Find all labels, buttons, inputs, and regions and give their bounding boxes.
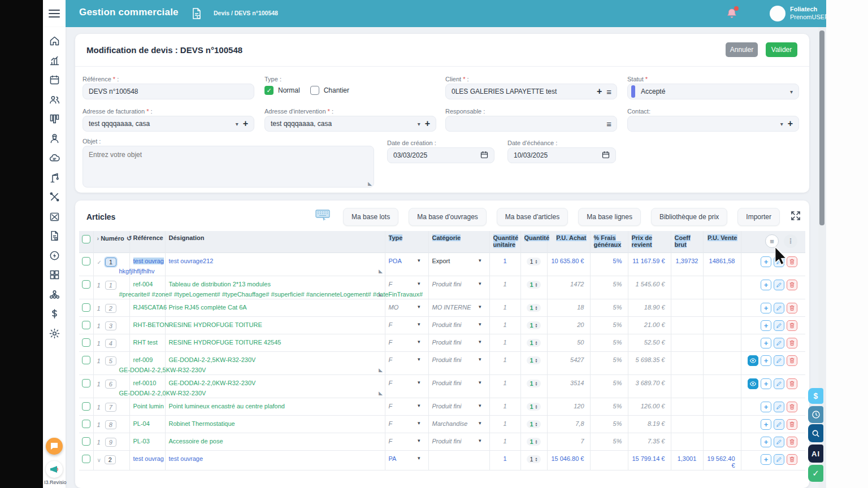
scrollbar-thumb[interactable] (819, 30, 824, 225)
sidebar-item-finance[interactable] (49, 308, 60, 320)
designation-line2[interactable]: #precarite# #zone# #typeLogement# #typeC… (119, 291, 485, 298)
history-quick-button[interactable] (808, 406, 823, 423)
pu-achat-cell[interactable]: 10 635.80 € (547, 252, 590, 276)
add-client-icon[interactable]: + (597, 87, 602, 96)
reference-cell[interactable]: RJ45CATA6 (133, 304, 167, 311)
row-checkbox[interactable] (82, 280, 90, 289)
coeff-brut-cell[interactable]: 1,39732 (671, 252, 703, 276)
row-checkbox[interactable] (82, 455, 90, 463)
quantite-stepper[interactable]: 1▲▼ (527, 356, 540, 364)
row-checkbox[interactable] (82, 321, 90, 329)
cancel-button[interactable]: Annuler (726, 42, 758, 57)
ma-base-articles-button[interactable]: Ma base d'articles (497, 208, 568, 226)
edit-line-button[interactable] (774, 437, 784, 447)
pu-achat-cell[interactable]: 18 (547, 299, 590, 316)
quantite-unitaire-cell[interactable]: 1 (489, 276, 520, 299)
pu-vente-cell[interactable] (703, 415, 741, 433)
breadcrumb[interactable]: Devis / DEVS n°100548 (214, 10, 278, 16)
categorie-select[interactable]: Export (432, 258, 450, 264)
pu-vente-cell[interactable] (703, 334, 741, 351)
edit-line-button[interactable] (774, 378, 784, 389)
reference-cell[interactable]: test ouvrag (133, 455, 164, 462)
quantite-unitaire-cell[interactable]: 1 (489, 433, 520, 450)
add-address-icon[interactable]: + (243, 119, 248, 128)
type-select[interactable]: PA (389, 455, 397, 462)
add-line-button[interactable]: + (761, 355, 771, 366)
add-line-button[interactable]: + (761, 419, 771, 430)
quantite-unitaire-cell[interactable]: 1 (489, 299, 520, 316)
numero-input[interactable]: 9 (105, 438, 116, 447)
categorie-select[interactable]: Produit fini (432, 356, 462, 363)
delete-line-button[interactable] (787, 280, 797, 290)
pu-vente-cell[interactable]: 19 562.40 € (703, 450, 741, 470)
keyboard-shortcuts-icon[interactable] (315, 208, 331, 225)
collapse-icon[interactable]: › (97, 235, 99, 242)
pu-achat-cell[interactable]: 5427 (547, 351, 590, 374)
adresse-facturation-select[interactable]: test qqqqaaaa, casa ▾ + (83, 116, 254, 132)
validate-quick-button[interactable]: ✓ (808, 465, 823, 482)
pu-achat-cell[interactable]: 7 (547, 433, 590, 450)
delete-line-button[interactable] (787, 437, 797, 447)
frais-generaux-cell[interactable]: 5% (590, 252, 628, 276)
designation-cell[interactable]: test ouvrage (169, 455, 381, 462)
numero-input[interactable]: 3 (105, 321, 116, 330)
type-select[interactable]: F (389, 356, 393, 363)
reference-cell[interactable]: Point lumin (133, 403, 164, 409)
frais-generaux-cell[interactable] (590, 450, 628, 470)
coeff-brut-cell[interactable]: 1,3001 (671, 450, 703, 470)
type-normal-checkbox[interactable]: ✓ (264, 86, 274, 95)
user-menu[interactable]: Foliatech PrenomUSER (790, 5, 826, 21)
fullscreen-icon[interactable] (790, 210, 801, 224)
responsable-list-icon[interactable]: ≡ (606, 120, 611, 128)
quantite-unitaire-cell[interactable]: 1 (489, 398, 520, 415)
type-select[interactable]: F (389, 403, 393, 409)
pu-vente-cell[interactable] (703, 351, 741, 374)
statut-select[interactable]: Accepté ▾ (627, 84, 799, 99)
designation-cell[interactable]: Accessoire de pose (169, 438, 381, 445)
row-expander-icon[interactable]: ∨ (97, 457, 101, 463)
quantite-stepper[interactable]: 1▲▼ (527, 339, 540, 347)
frais-generaux-cell[interactable]: 5% (590, 398, 628, 415)
pu-vente-cell[interactable]: 14861,58 (703, 252, 741, 276)
frais-generaux-cell[interactable]: 5% (590, 433, 628, 450)
frais-generaux-cell[interactable]: 5% (590, 415, 628, 433)
pu-vente-cell[interactable] (703, 374, 741, 398)
quantite-stepper[interactable]: 1▲▼ (527, 438, 540, 446)
designation-cell[interactable]: GE-DODAI-2-2,5KW-R32-230V (169, 356, 381, 363)
row-checkbox[interactable] (82, 420, 90, 428)
importer-button[interactable]: Importer (737, 208, 780, 226)
categorie-select[interactable]: Produit fini (432, 281, 462, 287)
designation-cell[interactable]: RESINE HYDROFUGE TOITURE 42545 (169, 339, 381, 346)
coeff-brut-cell[interactable] (671, 351, 703, 374)
reference-cell[interactable]: PL-03 (133, 438, 150, 445)
numero-input[interactable]: 6 (105, 380, 116, 389)
reference-cell[interactable]: ref-009 (133, 356, 153, 363)
view-button[interactable] (748, 355, 758, 366)
add-line-button[interactable]: + (761, 402, 771, 412)
finance-quick-button[interactable]: $ (808, 388, 823, 404)
quantite-stepper[interactable]: 1▲▼ (527, 380, 540, 387)
select-all-checkbox[interactable] (82, 235, 90, 243)
quantite-stepper[interactable]: 1▲▼ (527, 281, 540, 289)
frais-generaux-cell[interactable]: 5% (590, 351, 628, 374)
client-input[interactable]: 0LES GALERIES LAPAYETTE test + ≡ (445, 84, 617, 99)
sidebar-item-construction-site[interactable] (49, 172, 60, 184)
pu-achat-cell[interactable]: 3514 (547, 374, 590, 398)
pu-vente-cell[interactable] (703, 316, 741, 334)
reference-cell[interactable]: RHT-BETON (133, 321, 169, 328)
designation-cell[interactable]: test ouvrage212 (169, 258, 381, 264)
sidebar-item-tools[interactable] (49, 191, 60, 203)
type-select[interactable]: F (389, 438, 393, 445)
pu-vente-cell[interactable] (703, 433, 741, 450)
designation-line2[interactable]: hkgfjlhfljfhlhv (119, 268, 485, 274)
numero-input[interactable]: 1 (105, 281, 116, 290)
announcement-button[interactable] (46, 461, 63, 478)
view-button[interactable] (748, 378, 758, 389)
ma-base-ouvrages-button[interactable]: Ma base d'ouvrages (409, 208, 487, 226)
coeff-brut-cell[interactable] (671, 276, 703, 299)
frais-generaux-cell[interactable]: 5% (590, 299, 628, 316)
row-checkbox[interactable] (82, 356, 90, 364)
resize-handle[interactable]: ◢ (379, 268, 383, 274)
categorie-select[interactable]: MO INTERNE (432, 304, 471, 311)
coeff-brut-cell[interactable] (671, 334, 703, 351)
